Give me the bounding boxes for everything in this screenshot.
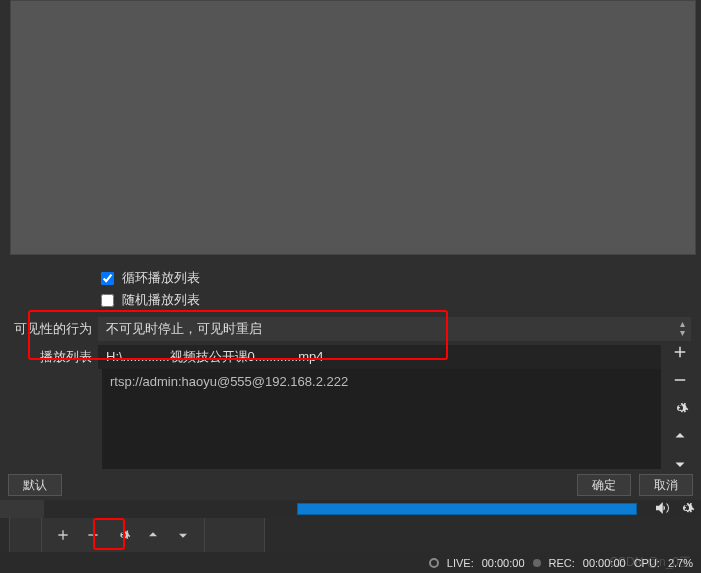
preview-area (10, 0, 696, 255)
playlist-label: 播放列表 (0, 348, 98, 366)
add-item-button[interactable] (669, 341, 691, 363)
cancel-button[interactable]: 取消 (639, 474, 693, 496)
move-up-button[interactable] (669, 425, 691, 447)
loop-label: 循环播放列表 (122, 269, 200, 287)
remove-item-button[interactable] (669, 369, 691, 391)
visibility-select[interactable]: 不可见时停止，可见时重启 ▴▾ (98, 317, 691, 341)
list-item[interactable]: rtsp://admin:haoyu@555@192.168.2.222 (110, 374, 653, 389)
playlist-input[interactable] (98, 345, 661, 369)
live-time: 00:00:00 (482, 557, 525, 569)
spinner-icon: ▴▾ (680, 319, 685, 337)
status-bar: LIVE: 00:00:00 REC: 00:00:00 CPU: 2.7% (0, 552, 701, 573)
live-label: LIVE: (447, 557, 474, 569)
rec-indicator-icon (533, 559, 541, 567)
item-settings-button[interactable] (669, 397, 691, 419)
source-up-button[interactable] (140, 522, 166, 548)
shuffle-checkbox[interactable] (101, 294, 114, 307)
mute-icon[interactable] (653, 499, 671, 520)
source-toolbar (0, 518, 701, 552)
rec-label: REC: (549, 557, 575, 569)
visibility-label: 可见性的行为 (0, 320, 98, 338)
shuffle-label: 随机播放列表 (122, 291, 200, 309)
watermark: CSDN @n_0王 (609, 554, 691, 571)
source-down-button[interactable] (170, 522, 196, 548)
default-button[interactable]: 默认 (8, 474, 62, 496)
audio-bar (0, 500, 701, 518)
audio-settings-icon[interactable] (677, 499, 695, 520)
remove-source-button[interactable] (80, 522, 106, 548)
live-indicator-icon (429, 558, 439, 568)
loop-checkbox[interactable] (101, 272, 114, 285)
add-source-button[interactable] (50, 522, 76, 548)
visibility-value: 不可见时停止，可见时重启 (106, 320, 262, 338)
source-settings-button[interactable] (110, 522, 136, 548)
settings-panel: 循环播放列表 随机播放列表 可见性的行为 不可见时停止，可见时重启 ▴▾ 播放列… (0, 255, 701, 500)
ok-button[interactable]: 确定 (577, 474, 631, 496)
volume-slider[interactable] (297, 503, 637, 515)
playlist-list[interactable]: rtsp://admin:haoyu@555@192.168.2.222 (102, 369, 661, 469)
